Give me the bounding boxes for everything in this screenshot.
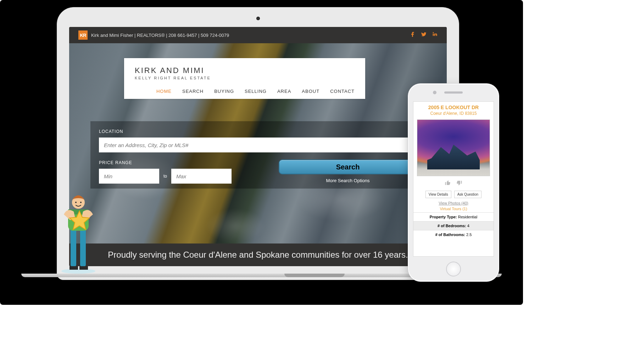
nav-search[interactable]: SEARCH: [182, 89, 204, 94]
svg-rect-1: [71, 228, 76, 267]
top-bar: KR Kirk and Mimi Fisher | REALTORS® | 20…: [69, 27, 447, 43]
location-input[interactable]: [99, 138, 417, 152]
more-search-options-link[interactable]: More Search Options: [279, 178, 417, 183]
linkedin-icon[interactable]: [432, 31, 438, 39]
svg-point-5: [75, 202, 77, 203]
listing-photo[interactable]: [417, 119, 490, 176]
svg-point-6: [80, 202, 82, 203]
nav-contact[interactable]: CONTACT: [330, 89, 355, 94]
spec-row: # of Bedrooms: 4: [413, 221, 494, 230]
nav-card: KIRK AND MIMI KELLY RIGHT REAL ESTATE HO…: [124, 58, 365, 99]
svg-rect-2: [80, 228, 86, 267]
price-max-input[interactable]: [171, 169, 232, 184]
view-details-button[interactable]: View Details: [425, 191, 451, 198]
nav-about[interactable]: ABOUT: [302, 89, 319, 94]
ask-question-button[interactable]: Ask Question: [454, 191, 482, 198]
location-label: LOCATION: [99, 129, 417, 134]
nav-home[interactable]: HOME: [156, 89, 172, 94]
facebook-icon[interactable]: [410, 31, 416, 39]
nav-buying[interactable]: BUYING: [214, 89, 234, 94]
laptop-camera-icon: [256, 17, 260, 20]
virtual-tours-link[interactable]: Virtual Tours (1): [413, 207, 494, 211]
page-title: KIRK AND MIMI: [135, 66, 355, 75]
nav-area[interactable]: AREA: [277, 89, 291, 94]
svg-point-0: [61, 269, 95, 274]
price-to-label: to: [163, 174, 167, 179]
price-min-input[interactable]: [99, 169, 159, 184]
view-photos-link[interactable]: View Photos (40): [413, 201, 494, 205]
main-nav: HOME SEARCH BUYING SELLING AREA ABOUT CO…: [135, 89, 355, 94]
phone-home-button[interactable]: [446, 262, 461, 276]
thumbs-up-icon[interactable]: [445, 180, 451, 188]
contact-summary: Kirk and Mimi Fisher | REALTORS® | 208 6…: [91, 33, 229, 38]
thumbs-down-icon[interactable]: [456, 180, 462, 188]
brand-logo[interactable]: KR: [78, 30, 88, 40]
spec-row: # of Bathrooms: 2.5: [413, 230, 494, 239]
tagline-bar: Proudly serving the Coeur d'Alene and Sp…: [69, 243, 447, 266]
laptop-screen: KR Kirk and Mimi Fisher | REALTORS® | 20…: [69, 27, 447, 266]
hero-background: KIRK AND MIMI KELLY RIGHT REAL ESTATE HO…: [69, 43, 447, 266]
spec-row: Property Type: Residential: [413, 212, 494, 221]
phone-speaker: [444, 91, 463, 94]
twitter-icon[interactable]: [421, 31, 427, 39]
phone-screen: 2005 E LOOKOUT DR Coeur d'Alene, ID 8381…: [413, 101, 494, 257]
person-with-star-illustration: [59, 192, 98, 274]
page-subtitle: KELLY RIGHT REAL ESTATE: [135, 76, 355, 80]
search-panel: LOCATION PRICE RANGE to Search More Sear…: [90, 121, 425, 189]
phone-frame: 2005 E LOOKOUT DR Coeur d'Alene, ID 8381…: [408, 83, 499, 282]
laptop-trackpad-notch: [284, 274, 345, 277]
phone-camera-icon: [433, 91, 436, 94]
nav-selling[interactable]: SELLING: [245, 89, 267, 94]
listing-address[interactable]: 2005 E LOOKOUT DR: [416, 105, 491, 110]
listing-city[interactable]: Coeur d'Alene, ID 83815: [416, 111, 491, 116]
search-button[interactable]: Search: [279, 159, 417, 174]
